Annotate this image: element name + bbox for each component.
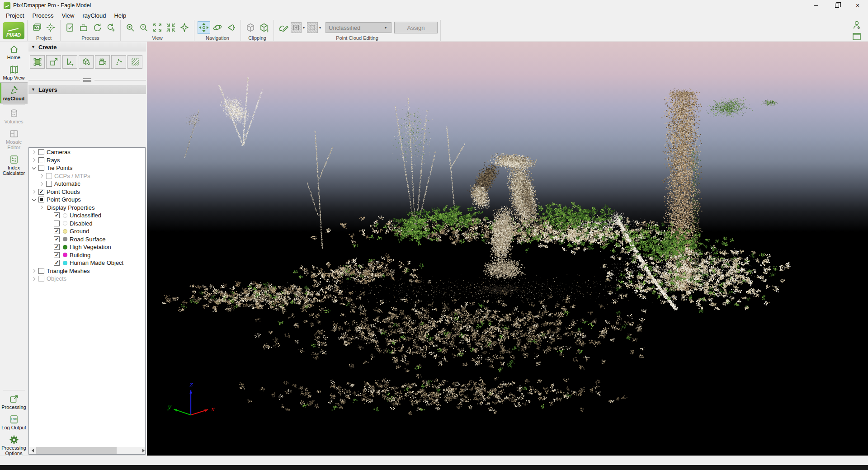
menu-view[interactable]: View xyxy=(57,11,78,20)
visibility-checkbox[interactable] xyxy=(46,181,52,187)
chevron-right-icon[interactable] xyxy=(31,276,37,282)
minimize-button[interactable] xyxy=(806,0,826,11)
layer-row-display-properties[interactable]: Display Properties xyxy=(29,204,145,212)
reprocess-button[interactable] xyxy=(91,21,104,34)
sidebar-item-processing[interactable]: Processing xyxy=(0,391,28,412)
pix4d-logo[interactable]: PIX4D xyxy=(3,22,24,39)
menu-raycloud[interactable]: rayCloud xyxy=(78,11,110,20)
panel-splitter[interactable] xyxy=(28,77,146,83)
layer-row-cameras[interactable]: Cameras xyxy=(29,148,145,156)
sidebar-item-index-calculator[interactable]: Index Calculator xyxy=(0,152,28,178)
visibility-checkbox[interactable] xyxy=(54,244,60,250)
sidebar-item-home[interactable]: Home xyxy=(0,42,28,62)
sidebar-item-log-output[interactable]: LOG Log Output xyxy=(0,412,28,432)
close-button[interactable]: × xyxy=(847,0,868,11)
layer-row-high-vegetation[interactable]: High Vegetation xyxy=(29,243,145,251)
look-around-tool-button[interactable] xyxy=(225,21,237,34)
airplane-icon xyxy=(179,22,190,33)
layer-row-building[interactable]: Building xyxy=(29,251,145,259)
layer-row-tie-points[interactable]: Tie Points xyxy=(29,164,145,172)
user-account-button[interactable] xyxy=(850,19,863,31)
create-video-animation-button[interactable] xyxy=(95,55,110,69)
create-surface-button[interactable] xyxy=(127,55,142,69)
layer-row-ground[interactable]: Ground xyxy=(29,227,145,235)
layer-row-disabled[interactable]: Disabled xyxy=(29,220,145,228)
visibility-checkbox[interactable] xyxy=(38,197,44,202)
create-section-header[interactable]: ▼ Create xyxy=(28,42,146,52)
create-processing-area-button[interactable] xyxy=(30,55,45,69)
chevron-right-icon[interactable] xyxy=(31,268,37,274)
scroll-left-arrow-icon[interactable] xyxy=(29,447,36,454)
layers-section-header[interactable]: ▼ Layers xyxy=(28,85,146,94)
processing-steps-button[interactable] xyxy=(64,21,76,34)
layer-row-point-groups[interactable]: Point Groups xyxy=(29,196,145,204)
layer-label: Triangle Meshes xyxy=(47,268,90,274)
menu-project[interactable]: Project xyxy=(2,11,28,20)
raycloud-3d-view[interactable] xyxy=(147,42,868,456)
chevron-right-icon[interactable] xyxy=(31,149,37,155)
visibility-checkbox[interactable] xyxy=(38,276,44,282)
zoom-out-button[interactable] xyxy=(137,21,150,34)
scrollbar-thumb[interactable] xyxy=(36,447,117,454)
layer-row-point-clouds[interactable]: Point Clouds xyxy=(29,188,145,196)
zoom-selection-button[interactable] xyxy=(165,21,177,34)
trackball-tool-button[interactable] xyxy=(211,21,224,34)
sidebar-item-processing-options[interactable]: Processing Options xyxy=(0,432,28,458)
visibility-checkbox[interactable] xyxy=(46,173,52,179)
layer-row-rays[interactable]: Rays xyxy=(29,156,145,164)
axes-icon xyxy=(65,57,75,67)
sidebar-item-map-view[interactable]: Map View xyxy=(0,62,28,82)
layer-row-gcps-mtps[interactable]: GCPs / MTPs xyxy=(29,172,145,180)
visibility-checkbox[interactable] xyxy=(38,149,44,155)
chevron-right-icon[interactable] xyxy=(31,157,37,163)
visibility-checkbox[interactable] xyxy=(54,228,60,234)
visibility-checkbox[interactable] xyxy=(38,165,44,171)
menu-help[interactable]: Help xyxy=(110,11,130,20)
menu-process[interactable]: Process xyxy=(28,11,57,20)
layer-row-unclassified[interactable]: Unclassified xyxy=(29,212,145,220)
reprocess-new-button[interactable] xyxy=(104,21,117,34)
chevron-right-icon[interactable] xyxy=(38,204,45,211)
restore-button[interactable] xyxy=(826,0,847,11)
zoom-in-button[interactable] xyxy=(124,21,137,34)
edit-clip-box-button[interactable] xyxy=(258,21,270,34)
layer-row-human-made-object[interactable]: Human Made Object xyxy=(29,259,145,267)
visibility-checkbox[interactable] xyxy=(38,268,44,274)
clip-box-button[interactable] xyxy=(244,21,257,34)
chevron-right-icon[interactable] xyxy=(31,188,37,195)
visibility-checkbox[interactable] xyxy=(54,252,60,258)
sidebar-item-raycloud[interactable]: rayCloud xyxy=(0,82,28,103)
select-points-dropdown[interactable]: ▾ xyxy=(303,26,305,30)
visibility-checkbox[interactable] xyxy=(54,221,60,226)
selection-region-dropdown[interactable]: ▾ xyxy=(319,26,321,30)
view-all-button[interactable] xyxy=(151,21,164,34)
visibility-checkbox[interactable] xyxy=(54,236,60,242)
pan-tool-button[interactable] xyxy=(198,21,210,34)
visibility-checkbox[interactable] xyxy=(38,157,44,163)
chevron-down-icon[interactable] xyxy=(31,197,37,203)
open-results-button[interactable] xyxy=(77,21,90,34)
horizontal-scrollbar[interactable] xyxy=(29,447,145,454)
create-orthoplane-button[interactable] xyxy=(79,55,94,69)
chevron-down-icon[interactable] xyxy=(31,165,37,171)
visibility-checkbox[interactable] xyxy=(54,260,60,266)
chevron-right-icon[interactable] xyxy=(38,173,45,179)
point-cloud-canvas[interactable] xyxy=(147,42,868,456)
visibility-checkbox[interactable] xyxy=(54,212,60,218)
layout-button[interactable] xyxy=(850,31,863,42)
scrollbar-track[interactable] xyxy=(117,447,138,454)
layer-row-automatic[interactable]: Automatic xyxy=(29,180,145,188)
scroll-right-arrow-icon[interactable] xyxy=(138,447,145,454)
layer-row-road-surface[interactable]: Road Surface xyxy=(29,235,145,244)
layer-row-triangle-meshes[interactable]: Triangle Meshes xyxy=(29,267,145,275)
create-polyline-button[interactable] xyxy=(111,55,126,69)
layer-row-objects[interactable]: Objects xyxy=(29,275,145,283)
fly-view-button[interactable] xyxy=(178,21,191,34)
project-images-button[interactable] xyxy=(31,21,43,34)
gcp-manager-button[interactable] xyxy=(44,21,57,34)
chevron-right-icon[interactable] xyxy=(38,181,45,187)
create-orientation-constraint-button[interactable] xyxy=(62,55,77,69)
create-scale-constraint-button[interactable] xyxy=(46,55,61,69)
visibility-checkbox[interactable] xyxy=(38,189,44,195)
edit-point-cloud-button[interactable] xyxy=(277,21,290,34)
